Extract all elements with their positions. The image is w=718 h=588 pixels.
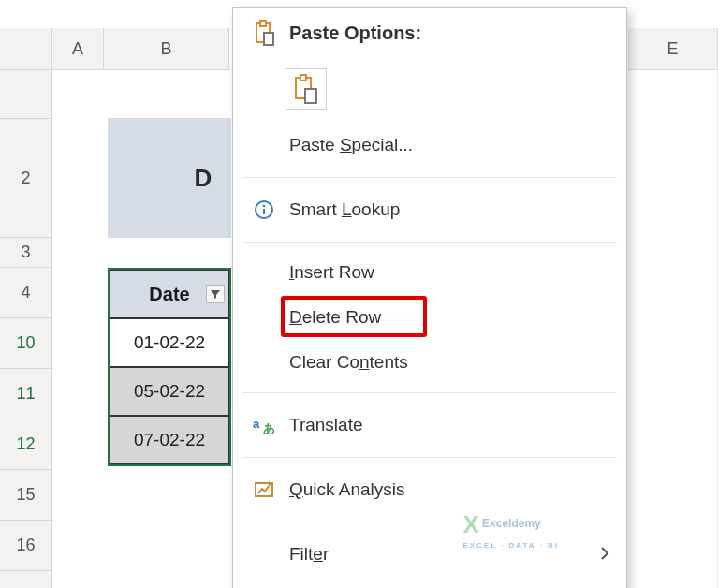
paste-special-item[interactable]: Paste Special...: [233, 121, 626, 169]
menu-label: Insert Row: [289, 262, 374, 283]
table-header-date[interactable]: Date: [110, 270, 229, 318]
delete-row-item[interactable]: Delete Row: [233, 295, 626, 340]
clipboard-paste-icon: [292, 73, 320, 105]
chevron-right-icon: [600, 544, 609, 565]
menu-label: Delete Row: [289, 307, 381, 328]
menu-separator: [242, 392, 617, 393]
rowhead-3[interactable]: 3: [0, 238, 52, 268]
cell-col-e[interactable]: [628, 70, 718, 588]
menu-label: Translate: [289, 415, 363, 435]
rowhead-11[interactable]: 11: [0, 369, 52, 419]
colhead-e[interactable]: E: [628, 28, 718, 70]
quick-analysis-item[interactable]: Quick Analysis: [233, 465, 626, 514]
table-row[interactable]: 07-02-22: [110, 416, 229, 464]
context-menu: Paste Options: Paste Special... Smart Lo…: [232, 7, 627, 588]
rowhead-12[interactable]: 12: [0, 419, 52, 470]
smart-lookup-icon: [250, 199, 278, 220]
insert-row-item[interactable]: Insert Row: [233, 250, 626, 295]
table-row[interactable]: 05-02-22: [110, 367, 229, 416]
svg-rect-2: [264, 33, 273, 45]
rowhead-10[interactable]: 10: [0, 318, 52, 369]
table-row[interactable]: 01-02-22: [110, 318, 229, 367]
paste-options-label: Paste Options:: [289, 22, 421, 44]
svg-rect-8: [263, 209, 265, 214]
menu-separator: [242, 522, 617, 522]
filter-submenu-item[interactable]: Filter: [233, 530, 626, 579]
menu-separator: [242, 242, 617, 243]
svg-point-7: [263, 205, 266, 208]
quick-analysis-icon: [250, 479, 278, 500]
rowhead-2[interactable]: 2: [0, 119, 52, 238]
data-table: Date 01-02-22 05-02-22 07-02-22: [108, 268, 231, 466]
menu-separator: [242, 457, 617, 458]
rowhead-15[interactable]: 15: [0, 470, 52, 521]
funnel-icon: [210, 288, 221, 300]
svg-rect-1: [260, 21, 266, 26]
smart-lookup-item[interactable]: Smart Lookup: [233, 185, 626, 234]
menu-label: Paste Special...: [289, 135, 413, 155]
translate-icon: aあ: [250, 415, 278, 435]
rowhead-17[interactable]: [0, 571, 52, 588]
svg-rect-5: [305, 89, 316, 103]
select-all-corner[interactable]: [0, 28, 52, 70]
translate-item[interactable]: aあ Translate: [233, 401, 626, 449]
colhead-a[interactable]: A: [52, 28, 104, 70]
table-header-label: Date: [149, 284, 189, 305]
menu-separator: [242, 177, 617, 178]
rowhead-1[interactable]: [0, 70, 52, 119]
menu-label: Quick Analysis: [289, 479, 405, 500]
svg-text:a: a: [253, 417, 260, 431]
svg-rect-4: [300, 75, 306, 81]
paste-options-heading: Paste Options:: [233, 12, 626, 53]
menu-label: Smart Lookup: [289, 199, 400, 220]
title-cell[interactable]: D: [108, 118, 231, 238]
colhead-b[interactable]: B: [104, 28, 229, 70]
rowhead-16[interactable]: 16: [0, 521, 52, 571]
menu-label: Clear Contents: [289, 352, 408, 373]
menu-label: Filter: [289, 544, 329, 565]
filter-dropdown-button[interactable]: [206, 285, 225, 303]
clipboard-icon: [250, 19, 278, 47]
svg-text:あ: あ: [263, 421, 275, 435]
clear-contents-item[interactable]: Clear Contents: [233, 340, 626, 385]
paste-option-values[interactable]: [286, 68, 327, 110]
rowhead-4[interactable]: 4: [0, 268, 52, 318]
